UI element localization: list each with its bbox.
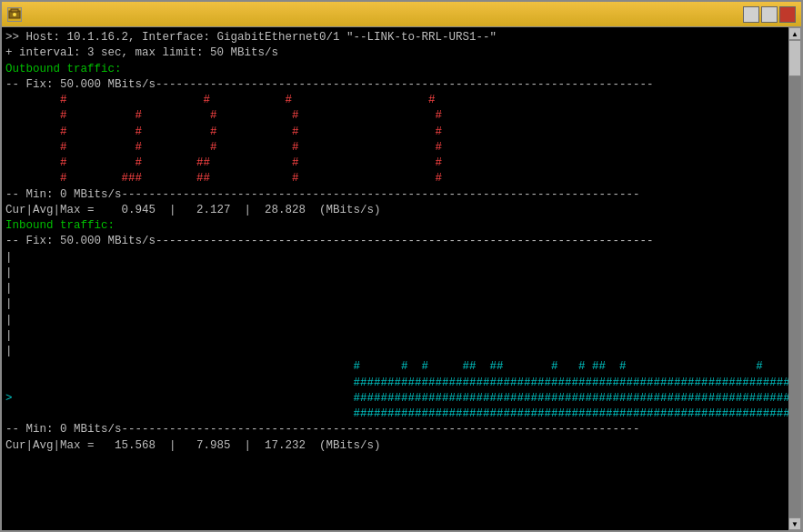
terminal-line: -- Fix: 50.000 MBits/s------------------… bbox=[5, 77, 785, 93]
titlebar bbox=[2, 2, 801, 27]
terminal[interactable]: >> Host: 10.1.16.2, Interface: GigabitEt… bbox=[2, 27, 788, 530]
scrollbar-track[interactable] bbox=[788, 40, 801, 517]
terminal-line: ########################################… bbox=[5, 407, 785, 422]
terminal-line: | bbox=[5, 296, 785, 312]
terminal-line: | bbox=[5, 266, 785, 281]
window-controls bbox=[743, 6, 796, 23]
terminal-line: | bbox=[5, 250, 785, 266]
terminal-line: -- Fix: 50.000 MBits/s------------------… bbox=[5, 234, 785, 249]
app-icon bbox=[7, 7, 22, 22]
terminal-line: | bbox=[5, 344, 785, 359]
minimize-button[interactable] bbox=[743, 6, 759, 23]
scroll-down-arrow[interactable]: ▼ bbox=[788, 517, 801, 530]
terminal-line: Cur|Avg|Max = 15.568 | 7.985 | 17.232 (M… bbox=[5, 438, 785, 454]
terminal-line: Cur|Avg|Max = 0.945 | 2.127 | 28.828 (MB… bbox=[5, 203, 785, 218]
terminal-line: > ######################################… bbox=[5, 391, 785, 407]
terminal-line: # # # # # bbox=[5, 125, 785, 140]
terminal-line: | bbox=[5, 328, 785, 344]
terminal-line: | bbox=[5, 313, 785, 328]
scrollbar-thumb[interactable] bbox=[788, 40, 801, 76]
terminal-wrapper: >> Host: 10.1.16.2, Interface: GigabitEt… bbox=[2, 27, 801, 530]
terminal-line: # # # ## ## # # ## # # bbox=[5, 359, 785, 375]
terminal-line: Outbound traffic: bbox=[5, 62, 785, 77]
scroll-up-arrow[interactable]: ▲ bbox=[788, 27, 801, 40]
terminal-line: -- Min: 0 MBits/s-----------------------… bbox=[5, 187, 785, 203]
terminal-line: # # # # # bbox=[5, 140, 785, 156]
terminal-line: -- Min: 0 MBits/s-----------------------… bbox=[5, 422, 785, 437]
close-button[interactable] bbox=[779, 6, 796, 23]
terminal-line: # # # # # bbox=[5, 108, 785, 124]
scrollbar: ▲ ▼ bbox=[788, 27, 801, 530]
svg-point-2 bbox=[13, 13, 16, 16]
terminal-line: >> Host: 10.1.16.2, Interface: GigabitEt… bbox=[5, 30, 785, 45]
svg-rect-1 bbox=[11, 9, 18, 12]
terminal-line: # # ## # # bbox=[5, 156, 785, 171]
terminal-line: # # # # bbox=[5, 93, 785, 108]
terminal-line: + interval: 3 sec, max limit: 50 MBits/s bbox=[5, 45, 785, 61]
terminal-line: Inbound traffic: bbox=[5, 218, 785, 234]
maximize-button[interactable] bbox=[761, 6, 778, 23]
terminal-line: ########################################… bbox=[5, 376, 785, 391]
terminal-line: # ### ## # # bbox=[5, 171, 785, 186]
putty-window: >> Host: 10.1.16.2, Interface: GigabitEt… bbox=[0, 0, 803, 532]
terminal-line: | bbox=[5, 281, 785, 296]
